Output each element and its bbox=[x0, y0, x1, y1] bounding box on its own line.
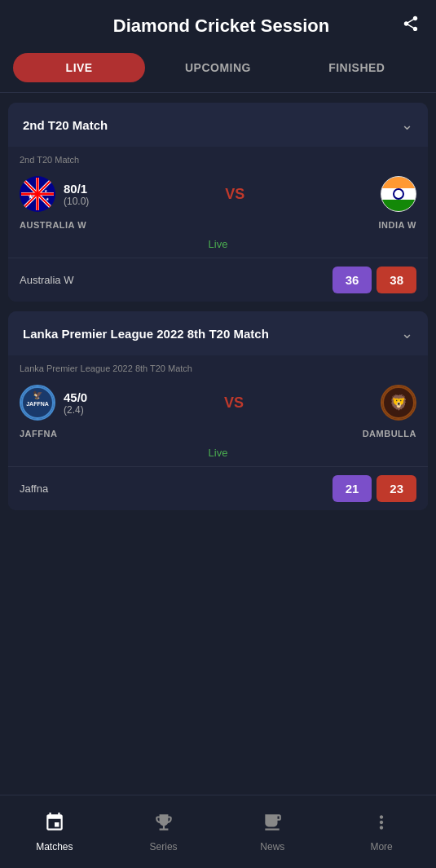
match-section-1: 2nd T20 Match ⌄ 2nd T20 Match bbox=[8, 103, 428, 302]
bet-team-name-2: Jaffna bbox=[20, 482, 48, 495]
svg-text:★: ★ bbox=[28, 193, 33, 200]
team1-score-2: 45/0 bbox=[64, 390, 87, 404]
vs-text-2: VS bbox=[224, 394, 244, 412]
header: Diamond Cricket Session bbox=[0, 0, 436, 46]
series-icon bbox=[153, 812, 174, 838]
svg-text:JAFFNA: JAFFNA bbox=[26, 401, 49, 407]
team1-name-2: JAFFNA bbox=[20, 429, 57, 438]
news-icon bbox=[262, 812, 283, 838]
chevron-down-icon-2: ⌄ bbox=[401, 324, 413, 342]
team2-name-2: DAMBULLA bbox=[363, 429, 416, 438]
bet-odd2-button-1[interactable]: 38 bbox=[377, 267, 416, 293]
team2-name-1: INDIA W bbox=[379, 220, 416, 230]
bet-team-name-1: Australia W bbox=[20, 274, 73, 286]
bet-odd1-button-1[interactable]: 36 bbox=[333, 267, 372, 293]
bet-odd2-button-2[interactable]: 23 bbox=[377, 475, 416, 502]
matches-icon bbox=[44, 812, 65, 838]
betting-row-2: Jaffna 21 23 bbox=[8, 466, 428, 510]
nav-item-news[interactable]: News bbox=[218, 805, 328, 859]
bet-odds-2: 21 23 bbox=[333, 475, 416, 502]
tabs-bar: LIVE UPCOMING FINISHED bbox=[0, 46, 436, 92]
team1-container-1: ★ ★ ★ 80/1 (10.0) bbox=[20, 176, 89, 212]
nav-label-matches: Matches bbox=[36, 841, 73, 853]
live-row-1: Live bbox=[20, 233, 416, 258]
match-section-header-2[interactable]: Lanka Premier League 2022 8th T20 Match … bbox=[8, 311, 428, 355]
nav-label-more: More bbox=[370, 841, 392, 853]
divider bbox=[0, 92, 436, 93]
tab-live[interactable]: LIVE bbox=[13, 53, 145, 82]
bet-odd1-button-2[interactable]: 21 bbox=[333, 475, 372, 502]
page-title: Diamond Cricket Session bbox=[41, 15, 402, 37]
tab-upcoming[interactable]: UPCOMING bbox=[152, 53, 284, 82]
more-icon bbox=[371, 812, 392, 838]
nav-label-news: News bbox=[260, 841, 284, 853]
match-card-1: 2nd T20 Match bbox=[8, 147, 428, 258]
svg-text:🦅: 🦅 bbox=[33, 390, 43, 400]
team-names-row-2: JAFFNA DAMBULLA bbox=[20, 424, 416, 442]
svg-text:🦁: 🦁 bbox=[390, 394, 408, 412]
vs-text-1: VS bbox=[225, 186, 244, 203]
live-badge-1: Live bbox=[209, 238, 228, 250]
team1-container-2: JAFFNA 🦅 45/0 (2.4) bbox=[20, 385, 87, 421]
team1-score-info-2: 45/0 (2.4) bbox=[64, 390, 87, 416]
bottom-nav: Matches Series News More bbox=[0, 795, 436, 868]
team2-container-1 bbox=[381, 176, 416, 212]
match-section-header-1[interactable]: 2nd T20 Match ⌄ bbox=[8, 103, 428, 147]
match-section-2: Lanka Premier League 2022 8th T20 Match … bbox=[8, 311, 428, 510]
live-row-2: Live bbox=[20, 442, 416, 466]
dambulla-logo-icon: 🦁 bbox=[381, 385, 416, 421]
tab-finished[interactable]: FINISHED bbox=[291, 53, 423, 82]
team1-overs-2: (2.4) bbox=[64, 404, 87, 416]
jaffna-logo-icon: JAFFNA 🦅 bbox=[20, 385, 55, 421]
match-subtitle-2: Lanka Premier League 2022 8th T20 Match bbox=[20, 364, 416, 373]
team1-score-1: 80/1 bbox=[64, 182, 89, 196]
team1-name-1: AUSTRALIA W bbox=[20, 220, 86, 230]
match-section-title-2: Lanka Premier League 2022 8th T20 Match bbox=[23, 327, 269, 341]
share-button[interactable] bbox=[402, 15, 420, 37]
team1-overs-1: (10.0) bbox=[64, 196, 89, 207]
australia-flag-icon: ★ ★ ★ bbox=[20, 176, 55, 212]
chakra-icon bbox=[393, 188, 404, 200]
team2-container-2: 🦁 bbox=[381, 385, 416, 421]
match-teams-2: JAFFNA 🦅 45/0 (2.4) VS 🦁 bbox=[20, 381, 416, 424]
live-badge-2: Live bbox=[209, 447, 228, 459]
betting-row-1: Australia W 36 38 bbox=[8, 258, 428, 302]
team-names-row-1: AUSTRALIA W INDIA W bbox=[20, 215, 416, 233]
match-subtitle-1: 2nd T20 Match bbox=[20, 155, 416, 165]
match-section-title-1: 2nd T20 Match bbox=[23, 118, 108, 132]
nav-item-more[interactable]: More bbox=[327, 805, 436, 859]
bet-odds-1: 36 38 bbox=[333, 267, 416, 293]
chevron-down-icon-1: ⌄ bbox=[401, 116, 413, 134]
nav-item-series[interactable]: Series bbox=[109, 805, 218, 859]
team1-score-info-1: 80/1 (10.0) bbox=[64, 182, 89, 207]
nav-label-series: Series bbox=[150, 841, 178, 853]
nav-item-matches[interactable]: Matches bbox=[0, 805, 109, 859]
india-flag-icon bbox=[381, 176, 416, 212]
match-card-2: Lanka Premier League 2022 8th T20 Match … bbox=[8, 355, 428, 466]
match-teams-1: ★ ★ ★ 80/1 (10.0) VS bbox=[20, 173, 416, 215]
